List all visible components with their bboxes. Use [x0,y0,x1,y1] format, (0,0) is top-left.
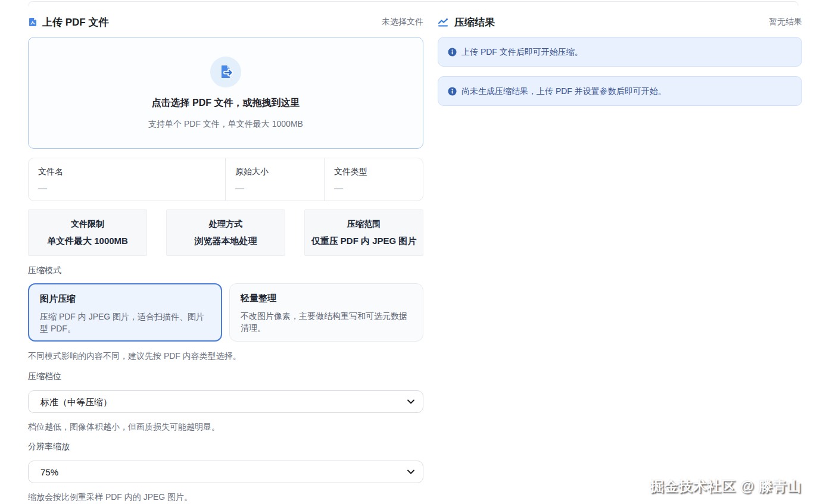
quality-hint: 档位越低，图像体积越小，但画质损失可能越明显。 [28,422,423,431]
dropzone-title: 点击选择 PDF 文件，或拖拽到这里 [152,97,300,109]
file-name-label: 文件名 [38,167,216,177]
upload-status-badge: 未选择文件 [382,17,423,27]
info-icon [448,87,457,96]
alert-upload-to-start: 上传 PDF 文件后即可开始压缩。 [438,37,802,67]
file-info-table: 文件名 — 原始大小 — 文件类型 — [28,158,423,201]
stat-title: 处理方式 [167,219,285,230]
file-size-label: 原始大小 [235,167,314,177]
result-panel: 压缩结果 暂无结果 上传 PDF 文件后即可开始压缩。 [438,16,802,501]
file-size-value: — [235,183,314,193]
upload-dropzone[interactable]: 点击选择 PDF 文件，或拖拽到这里 支持单个 PDF 文件，单文件最大 100… [28,37,423,149]
info-icon [448,48,457,57]
file-size-cell: 原始大小 — [225,158,324,201]
file-type-label: 文件类型 [334,167,413,177]
pdf-file-icon [28,17,38,27]
mode-card-image-compress[interactable]: 图片压缩 压缩 PDF 内 JPEG 图片，适合扫描件、图片型 PDF。 [28,283,222,342]
chart-line-icon [438,17,450,27]
mode-label: 压缩模式 [28,266,423,274]
stat-file-limit: 文件限制 单文件最大 1000MB [28,209,147,256]
stat-value: 仅重压 PDF 内 JPEG 图片 [305,236,423,247]
result-status-badge: 暂无结果 [769,17,802,27]
mode-description: 不改图片像素，主要做结构重写和可选元数据清理。 [241,310,412,334]
alert-text: 上传 PDF 文件后即可开始压缩。 [461,47,583,57]
result-panel-title: 压缩结果 [454,15,495,29]
file-type-cell: 文件类型 — [324,158,423,201]
file-export-icon [210,57,241,87]
stat-value: 单文件最大 1000MB [29,236,146,247]
stat-value: 浏览器本地处理 [167,236,285,247]
scale-hint: 缩放会按比例重采样 PDF 内的 JPEG 图片。 [28,493,423,501]
mode-hint: 不同模式影响的内容不同，建议先按 PDF 内容类型选择。 [28,352,423,360]
alert-no-result-yet: 尚未生成压缩结果，上传 PDF 并设置参数后即可开始。 [438,76,802,106]
stat-processing: 处理方式 浏览器本地处理 [166,209,285,256]
two-column-layout: 上传 PDF 文件 未选择文件 点击选择 PDF 文件，或拖拽到这里 支持单个 … [28,0,802,501]
dropzone-subtitle: 支持单个 PDF 文件，单文件最大 1000MB [148,119,303,130]
alert-text: 尚未生成压缩结果，上传 PDF 并设置参数后即可开始。 [461,86,666,96]
stat-title: 文件限制 [29,219,146,230]
result-panel-header: 压缩结果 暂无结果 [438,16,802,28]
upload-panel-header: 上传 PDF 文件 未选择文件 [28,16,423,28]
quality-select[interactable]: 标准（中等压缩） [28,390,423,413]
scale-select[interactable]: 75% [28,461,423,483]
file-type-value: — [334,183,413,193]
mode-cards: 图片压缩 压缩 PDF 内 JPEG 图片，适合扫描件、图片型 PDF。 轻量整… [28,283,423,342]
quality-label: 压缩档位 [28,372,423,380]
stat-title: 压缩范围 [305,219,423,230]
upload-panel: 上传 PDF 文件 未选择文件 点击选择 PDF 文件，或拖拽到这里 支持单个 … [28,16,423,501]
quality-select-wrap: 标准（中等压缩） [28,390,423,413]
stat-scope: 压缩范围 仅重压 PDF 内 JPEG 图片 [304,209,423,256]
mode-description: 压缩 PDF 内 JPEG 图片，适合扫描件、图片型 PDF。 [40,311,210,334]
mode-card-light-cleanup[interactable]: 轻量整理 不改图片像素，主要做结构重写和可选元数据清理。 [229,283,423,342]
mode-title: 图片压缩 [40,293,210,305]
upload-panel-title: 上传 PDF 文件 [42,15,108,29]
scale-select-wrap: 75% [28,461,423,483]
mode-title: 轻量整理 [241,293,412,304]
file-name-cell: 文件名 — [29,158,225,201]
file-name-value: — [38,183,216,193]
pdf-compressor-page: 上传 PDF 文件 未选择文件 点击选择 PDF 文件，或拖拽到这里 支持单个 … [0,0,817,504]
scale-label: 分辨率缩放 [28,442,423,450]
capability-stats: 文件限制 单文件最大 1000MB 处理方式 浏览器本地处理 压缩范围 仅重压 … [28,209,423,256]
